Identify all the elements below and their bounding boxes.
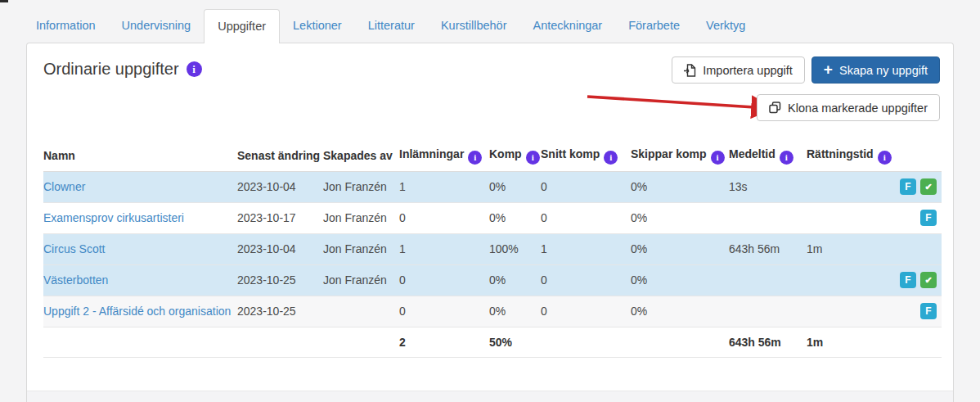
info-icon[interactable]: i — [780, 151, 793, 165]
last-change-cell: 2023-10-04 — [237, 171, 323, 202]
komp-cell: 0% — [489, 296, 541, 327]
col-komp: Kompi — [489, 141, 541, 171]
last-change-cell: 2023-10-25 — [237, 296, 323, 327]
skippar-komp-cell: 0% — [631, 171, 729, 202]
panel-header: Ordinarie uppgifter i Importera uppgift … — [27, 43, 953, 84]
info-icon[interactable]: i — [711, 151, 725, 165]
col-rattningstid: Rättningstidi — [807, 141, 891, 171]
table-row: Clowner 2023-10-04 Jon Franzén 1 0% 0 0%… — [43, 171, 942, 202]
col-namn: Namn — [43, 141, 237, 171]
created-by-cell — [323, 296, 399, 327]
import-button-label: Importera uppgift — [703, 64, 793, 77]
info-icon[interactable]: i — [526, 151, 540, 165]
submissions-cell: 1 — [399, 171, 489, 202]
tab-forarbete[interactable]: Förarbete — [615, 9, 693, 43]
submissions-cell: 1 — [399, 233, 489, 264]
assignment-link[interactable]: Västerbotten — [43, 273, 108, 287]
snitt-komp-cell: 0 — [541, 202, 631, 233]
assignment-link[interactable]: Uppgift 2 - Affärsidé och organisation — [43, 305, 231, 318]
rattningstid-cell — [807, 264, 891, 296]
created-by-cell: Jon Franzén — [323, 171, 399, 202]
komp-cell: 0% — [489, 171, 541, 202]
komp-cell: 0% — [489, 202, 541, 233]
create-button-label: Skapa ny uppgift — [839, 64, 928, 77]
col-skippar-komp: Skippar kompi — [631, 141, 729, 171]
tab-uppgifter[interactable]: Uppgifter — [204, 9, 280, 43]
clone-icon — [769, 102, 781, 114]
col-snitt-komp: Snitt kompi — [541, 141, 631, 171]
check-badge: ✔ — [920, 178, 937, 195]
skippar-komp-cell: 0% — [631, 233, 729, 264]
submissions-cell: 0 — [399, 202, 489, 233]
formative-badge: F — [920, 303, 937, 319]
tab-lektioner[interactable]: Lektioner — [280, 9, 355, 43]
tab-information[interactable]: Information — [23, 9, 109, 43]
clone-button-label: Klona markerade uppgifter — [788, 102, 928, 115]
assignment-link[interactable]: Clowner — [43, 180, 85, 193]
skippar-komp-cell: 0% — [631, 202, 729, 233]
table-row: Uppgift 2 - Affärsidé och organisation 2… — [43, 296, 942, 327]
table-row: Circus Scott 2023-10-04 Jon Franzén 1 10… — [43, 233, 942, 264]
check-badge: ✔ — [920, 272, 937, 288]
tab-verktyg[interactable]: Verktyg — [693, 9, 758, 43]
assignments-panel: Ordinarie uppgifter i Importera uppgift … — [26, 43, 954, 402]
created-by-cell: Jon Franzén — [323, 264, 399, 296]
info-icon[interactable]: i — [468, 151, 482, 165]
col-inlamningar: Inlämningari — [399, 141, 489, 171]
skippar-komp-cell: 0% — [631, 296, 729, 327]
formative-badge: F — [900, 272, 916, 288]
rattningstid-cell — [807, 296, 891, 327]
summary-row: 2 50% 643h 56m 1m — [43, 327, 942, 357]
skippar-komp-cell: 0% — [631, 264, 729, 296]
assignments-table: Namn Senast ändring Skapades av Inlämnin… — [43, 141, 942, 358]
summary-komp: 50% — [489, 327, 541, 357]
medeltid-cell: 643h 56m — [729, 233, 807, 264]
created-by-cell: Jon Franzén — [323, 202, 399, 233]
medeltid-cell — [729, 202, 807, 233]
komp-cell: 100% — [489, 233, 541, 264]
col-badges — [891, 141, 942, 171]
info-icon[interactable]: i — [604, 151, 618, 165]
snitt-komp-cell: 0 — [541, 296, 631, 327]
summary-medeltid: 643h 56m — [729, 327, 807, 357]
tab-undervisning[interactable]: Undervisning — [109, 9, 205, 43]
formative-badge: F — [900, 178, 916, 195]
rattningstid-cell — [807, 202, 891, 233]
summary-submissions: 2 — [399, 327, 489, 357]
created-by-cell: Jon Franzén — [323, 233, 399, 264]
tab-litteratur[interactable]: Litteratur — [355, 9, 428, 43]
info-icon[interactable]: i — [878, 151, 892, 165]
table-footer-strip — [27, 391, 953, 402]
formative-badge: F — [920, 210, 937, 226]
clone-selected-button[interactable]: Klona markerade uppgifter — [757, 94, 940, 121]
rattningstid-cell — [807, 171, 891, 202]
page-title: Ordinarie uppgifter — [43, 60, 179, 79]
rattningstid-cell: 1m — [807, 233, 891, 264]
col-skapades-av: Skapades av — [323, 141, 399, 171]
assignment-link[interactable]: Examensprov cirkusartisteri — [43, 211, 184, 224]
medeltid-cell: 13s — [729, 171, 807, 202]
tab-kurstillbehor[interactable]: Kurstillbehör — [428, 9, 520, 43]
last-change-cell: 2023-10-17 — [237, 202, 323, 233]
submissions-cell: 0 — [399, 264, 489, 296]
import-icon — [684, 64, 696, 77]
last-change-cell: 2023-10-04 — [237, 233, 323, 264]
import-assignment-button[interactable]: Importera uppgift — [672, 56, 805, 84]
medeltid-cell — [729, 264, 807, 296]
table-row: Examensprov cirkusartisteri 2023-10-17 J… — [43, 202, 942, 233]
submissions-cell: 0 — [399, 296, 489, 327]
create-assignment-button[interactable]: + Skapa ny uppgift — [811, 56, 940, 84]
komp-cell: 0% — [489, 264, 541, 296]
assignment-link[interactable]: Circus Scott — [43, 242, 105, 255]
table-row: Västerbotten 2023-10-25 Jon Franzén 0 0%… — [43, 264, 942, 296]
tab-anteckningar[interactable]: Anteckningar — [520, 9, 616, 43]
snitt-komp-cell: 0 — [541, 171, 631, 202]
info-icon[interactable]: i — [187, 61, 202, 77]
last-change-cell: 2023-10-25 — [237, 264, 323, 296]
col-medeltid: Medeltidi — [729, 141, 807, 171]
table-header-row: Namn Senast ändring Skapades av Inlämnin… — [43, 141, 942, 171]
snitt-komp-cell: 1 — [541, 233, 631, 264]
summary-rattningstid: 1m — [807, 327, 891, 357]
plus-icon: + — [824, 61, 833, 77]
annotation-arrow — [563, 91, 784, 119]
